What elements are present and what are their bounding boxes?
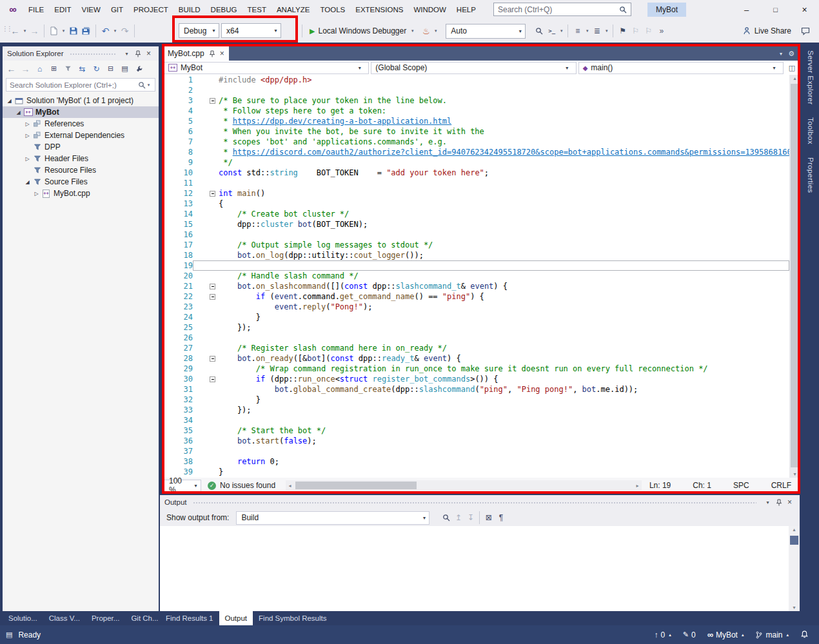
- refresh-icon[interactable]: ↻: [91, 63, 102, 75]
- breakpoint-margin[interactable]: [162, 374, 175, 384]
- solution-explorer-header[interactable]: Solution Explorer ▾ ×: [3, 46, 159, 61]
- code-line-22[interactable]: 22 if (event.command.get_command_name() …: [162, 291, 789, 302]
- scroll-up-icon[interactable]: ▴: [789, 527, 800, 532]
- breakpoint-margin[interactable]: [162, 322, 175, 333]
- clear-all-icon[interactable]: ⊠: [482, 511, 495, 525]
- spaces-indicator[interactable]: SPC: [733, 481, 749, 490]
- panel-tab-proper[interactable]: Proper...: [86, 611, 125, 625]
- breakpoint-margin[interactable]: [162, 116, 175, 126]
- code-line-28[interactable]: 28 bot.on_ready([&bot](const dpp::ready_…: [162, 353, 789, 364]
- send-feedback-icon[interactable]: [799, 24, 811, 38]
- display-quick-info-icon[interactable]: ≣: [591, 24, 603, 38]
- code-line-26[interactable]: 26: [162, 333, 789, 343]
- tree-item-mybot[interactable]: ◢++MyBot: [3, 106, 159, 118]
- breakpoint-margin[interactable]: [162, 395, 175, 405]
- breakpoint-margin[interactable]: [162, 260, 175, 271]
- breakpoint-margin[interactable]: [162, 229, 175, 240]
- code-line-21[interactable]: 21 bot.on_slashcommand([](const dpp::sla…: [162, 281, 789, 291]
- column-indicator[interactable]: Ch: 1: [693, 481, 711, 490]
- breakpoint-margin[interactable]: [162, 95, 175, 106]
- scroll-right-icon[interactable]: ▸: [633, 480, 642, 491]
- code-line-38[interactable]: 38 return 0;: [162, 456, 789, 467]
- panel-drag-grip[interactable]: [70, 52, 115, 55]
- code-line-13[interactable]: 13{: [162, 199, 789, 209]
- fold-collapse-icon[interactable]: [210, 356, 215, 362]
- breakpoint-margin[interactable]: [162, 106, 175, 116]
- scroll-up-icon[interactable]: ▴: [789, 75, 800, 81]
- horizontal-scrollbar-thumb[interactable]: [295, 482, 417, 489]
- panel-tab-find-results-1[interactable]: Find Results 1: [160, 611, 219, 625]
- tree-item-references[interactable]: ▷References: [3, 118, 159, 130]
- tree-expanded-icon[interactable]: ◢: [23, 179, 32, 185]
- pin-icon[interactable]: [773, 496, 784, 508]
- pin-icon[interactable]: [209, 50, 215, 57]
- redo-icon[interactable]: ↷: [119, 24, 131, 38]
- code-line-29[interactable]: 29 /* Wrap command registration in run_o…: [162, 364, 789, 374]
- close-icon[interactable]: ×: [220, 49, 224, 58]
- switch-views-icon[interactable]: ⊞: [48, 63, 59, 75]
- tree-item-solution-mybot-1-of-1-project[interactable]: ◢Solution 'MyBot' (1 of 1 project): [3, 95, 159, 106]
- split-window-icon[interactable]: ◫: [785, 64, 798, 72]
- breakpoint-margin[interactable]: [162, 405, 175, 415]
- breakpoint-margin[interactable]: [162, 312, 175, 322]
- tree-item-external-dependencies[interactable]: ▷External Dependencies: [3, 130, 159, 141]
- code-line-27[interactable]: 27 /* Register slash command here in on_…: [162, 343, 789, 353]
- code-line-12[interactable]: 12int main(): [162, 188, 789, 199]
- menu-view[interactable]: VIEW: [77, 0, 106, 19]
- tree-collapsed-icon[interactable]: ▷: [23, 156, 32, 162]
- code-line-19[interactable]: 19: [162, 260, 789, 271]
- maximize-button[interactable]: □: [761, 0, 790, 19]
- code-line-15[interactable]: 15 dpp::cluster bot(BOT_TOKEN);: [162, 219, 789, 229]
- tree-collapsed-icon[interactable]: ▷: [32, 191, 41, 197]
- output-source-dropdown[interactable]: Build ▾: [236, 511, 429, 525]
- code-line-4[interactable]: 4 * Follow steps here to get a token:: [162, 106, 789, 116]
- output-header[interactable]: Output ▾ ×: [160, 495, 800, 509]
- code-line-14[interactable]: 14 /* Create bot cluster */: [162, 209, 789, 219]
- breakpoint-margin[interactable]: [162, 291, 175, 302]
- save-icon[interactable]: [67, 24, 79, 38]
- code-line-2[interactable]: 2: [162, 85, 789, 95]
- fold-collapse-icon[interactable]: [210, 294, 215, 300]
- breakpoint-margin[interactable]: [162, 209, 175, 219]
- code-line-39[interactable]: 39}: [162, 467, 789, 477]
- show-all-files-icon[interactable]: ▤: [119, 63, 130, 75]
- breakpoint-margin[interactable]: [162, 302, 175, 312]
- breakpoint-margin[interactable]: [162, 446, 175, 456]
- code-line-18[interactable]: 18 bot.on_log(dpp::utility::cout_logger(…: [162, 250, 789, 260]
- menu-window[interactable]: WINDOW: [408, 0, 451, 19]
- panel-tab-find-symbol-results[interactable]: Find Symbol Results: [253, 611, 332, 625]
- code-hyperlink[interactable]: https://discord.com/oauth2/authorize?cli…: [233, 148, 789, 157]
- breakpoint-margin[interactable]: [162, 343, 175, 353]
- live-share-button[interactable]: Live Share: [742, 26, 791, 35]
- tree-item-source-files[interactable]: ◢Source Files: [3, 176, 159, 188]
- repository-button[interactable]: ∞ MyBot ▴: [707, 630, 744, 639]
- code-line-16[interactable]: 16: [162, 229, 789, 240]
- sync-with-active-document-icon[interactable]: ⇆: [77, 63, 88, 75]
- breakpoint-margin[interactable]: [162, 178, 175, 188]
- code-line-30[interactable]: 30 if (dpp::run_once<struct register_bot…: [162, 374, 789, 384]
- find-message-icon[interactable]: [440, 511, 452, 525]
- breakpoint-margin[interactable]: [162, 281, 175, 291]
- output-content[interactable]: ▴ ▾: [160, 526, 800, 611]
- member-dropdown[interactable]: ◆ main() ▾: [578, 62, 784, 74]
- home-icon[interactable]: ⌂: [34, 63, 45, 75]
- navigate-back-icon[interactable]: ←: [9, 24, 21, 38]
- menu-tools[interactable]: TOOLS: [315, 0, 350, 19]
- code-line-1[interactable]: 1#include <dpp/dpp.h>: [162, 75, 789, 85]
- word-wrap-icon[interactable]: ¶: [495, 511, 507, 525]
- fold-collapse-icon[interactable]: [210, 191, 215, 197]
- goto-previous-message-icon[interactable]: ↥: [452, 511, 464, 525]
- previous-bookmark-icon[interactable]: ⚐: [629, 24, 642, 38]
- dropdown-caret-icon[interactable]: ▾: [558, 28, 564, 34]
- fold-collapse-icon[interactable]: [210, 376, 215, 382]
- search-input[interactable]: [498, 5, 619, 14]
- tree-item-resource-files[interactable]: Resource Files: [3, 164, 159, 176]
- next-bookmark-icon[interactable]: ⚐: [642, 24, 655, 38]
- tab-mybot-cpp[interactable]: MyBot.cpp ×: [163, 46, 229, 61]
- menu-extensions[interactable]: EXTENSIONS: [350, 0, 408, 19]
- branch-button[interactable]: main ▴: [755, 630, 789, 639]
- tree-collapsed-icon[interactable]: ▷: [23, 121, 32, 127]
- breakpoint-margin[interactable]: [162, 456, 175, 467]
- goto-next-message-icon[interactable]: ↧: [464, 511, 477, 525]
- breakpoint-margin[interactable]: [162, 126, 175, 137]
